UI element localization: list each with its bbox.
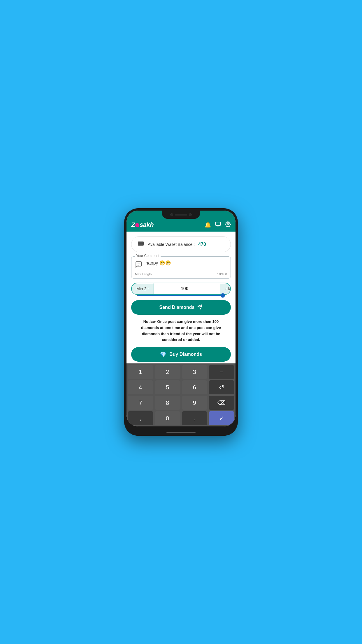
key-3[interactable]: 3 [182,365,208,379]
svg-point-1 [227,223,229,225]
key-5[interactable]: 5 [155,380,180,394]
phone-frame: Zsakh 🔔 Available Wallet Balance : 4 [124,208,238,436]
comment-inner [135,260,227,270]
comment-msg-icon [135,261,143,270]
key-backspace[interactable]: ⌫ [209,396,234,410]
settings-icon[interactable] [225,221,231,229]
diamond-icon: 💎 [160,351,166,358]
home-bar [166,432,196,433]
slider-max-label: + Max 100 [220,284,231,294]
key-2[interactable]: 2 [155,365,180,379]
key-confirm[interactable]: ✓ [209,411,234,425]
key-period[interactable]: . [182,411,208,425]
max-length-label: Max Length [135,272,152,276]
front-sensor [189,213,192,216]
bell-icon[interactable]: 🔔 [205,222,211,228]
numeric-keyboard: 1 2 3 − 4 5 6 ⏎ 7 8 9 ⌫ , 0 . [126,363,236,426]
chat-icon[interactable] [215,221,221,229]
slider-value-input[interactable] [154,283,220,294]
key-row-1: 1 2 3 − [128,365,234,379]
wallet-icon [137,240,144,249]
speaker [175,214,187,216]
send-diamonds-button[interactable]: Send Diamonds [131,300,231,315]
slider-section: Min 2 - + Max 100 [131,283,231,296]
header-icons: 🔔 [205,221,231,229]
wallet-amount: 470 [198,242,206,247]
wallet-card: Available Wallet Balance : 470 [131,236,231,252]
key-minus[interactable]: − [209,365,234,379]
logo-icon [135,223,139,227]
key-comma[interactable]: , [128,411,153,425]
key-0[interactable]: 0 [155,411,180,425]
key-row-2: 4 5 6 ⏎ [128,380,234,394]
key-7[interactable]: 7 [128,396,153,410]
buy-diamonds-button[interactable]: 💎 Buy Diamonds [131,347,231,362]
char-count: 10/100 [217,272,227,276]
phone-bottom-bar [124,429,238,436]
key-4[interactable]: 4 [128,380,153,394]
key-6[interactable]: 6 [182,380,208,394]
comment-input[interactable] [145,260,227,265]
comment-footer: Max Length 10/100 [135,272,227,276]
notch [162,211,200,219]
main-content: Available Wallet Balance : 470 Your Comm… [126,232,236,363]
send-icon [197,304,203,311]
wallet-label: Available Wallet Balance : [148,242,195,247]
checkmark-icon: ✓ [219,415,224,422]
slider-track-container [131,295,231,296]
front-camera [170,213,173,216]
comment-container: Your Comment Max Length 10/100 [131,256,231,279]
key-row-4: , 0 . ✓ [128,411,234,425]
key-9[interactable]: 9 [182,396,208,410]
key-row-3: 7 8 9 ⌫ [128,396,234,410]
notice-text: Notice- Once post can give more then 100… [131,319,231,343]
phone-screen: Zsakh 🔔 Available Wallet Balance : 4 [126,211,236,426]
slider-range[interactable] [137,295,225,296]
key-1[interactable]: 1 [128,365,153,379]
key-8[interactable]: 8 [155,396,180,410]
app-logo: Zsakh [131,221,154,229]
slider-min-label: Min 2 - [132,284,154,294]
key-return[interactable]: ⏎ [209,380,234,394]
send-button-label: Send Diamonds [159,305,195,310]
svg-rect-0 [216,222,221,225]
buy-button-label: Buy Diamonds [169,352,202,357]
svg-rect-2 [138,242,144,246]
comment-label: Your Comment [135,254,161,258]
